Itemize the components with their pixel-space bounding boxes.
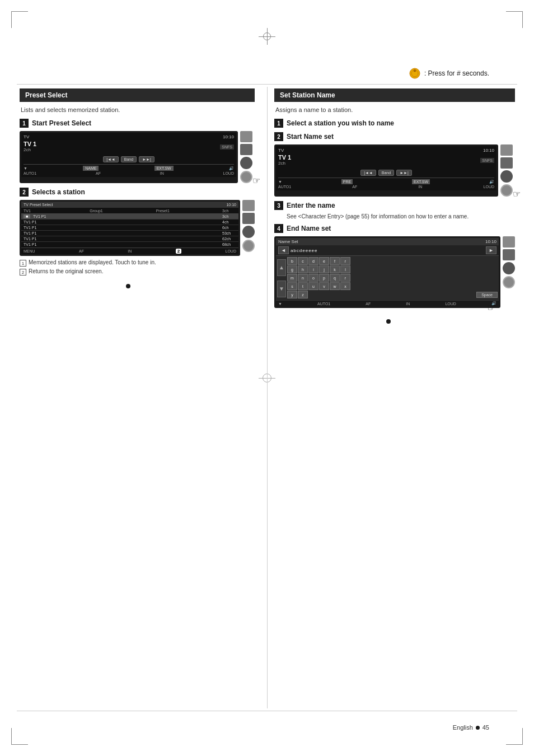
space-button[interactable]: Space <box>476 292 498 298</box>
name-set-cursor: ☞ <box>487 301 515 314</box>
key-e[interactable]: e <box>319 257 329 265</box>
bottom-divider <box>17 711 517 711</box>
name-input-display: abcdeeeee <box>291 248 484 253</box>
press-for-seconds-text: : Press for # seconds. <box>424 69 489 77</box>
preset-note-1: 1 Memorized stations are displayed. Touc… <box>20 259 255 267</box>
name-set-screen: Name Set 10:10 ◄ abcdeeeee ► ▲ ▼ <box>274 236 500 308</box>
key-f[interactable]: f <box>330 257 340 265</box>
preset-step1-side-icons <box>240 131 252 183</box>
side-icon-2 <box>240 144 252 155</box>
crop-mark-tr <box>506 11 523 28</box>
station-step2-screen: TV 10:10 TV 1 2ch SNFS |◄◄ Band ►►| ▼ <box>274 144 498 197</box>
key-v[interactable]: v <box>319 282 329 290</box>
station-step3-desc: See <Character Entry> (page 55) for info… <box>274 213 515 220</box>
key-w[interactable]: w <box>330 282 340 290</box>
station-step3-num: 3 <box>274 201 283 210</box>
name-next-btn[interactable]: ► <box>486 246 496 254</box>
key-k[interactable]: k <box>330 265 340 273</box>
key-up-btn[interactable]: ▲ <box>277 259 286 276</box>
left-bullet <box>126 284 255 288</box>
keyboard-area: ▲ ▼ b c d e f r g <box>276 256 499 300</box>
station-step4-num: 4 <box>274 224 283 233</box>
station-step2-screen-area: TV 10:10 TV 1 2ch SNFS |◄◄ Band ►►| ▼ <box>274 144 515 197</box>
footer-bullet-icon <box>476 726 480 730</box>
crop-mark-bl <box>11 728 28 745</box>
key-m[interactable]: m <box>287 274 297 282</box>
station-step4-label: 4 End Name set <box>274 224 515 233</box>
right-bullet <box>386 319 515 324</box>
station-cursor-hand-icon: ☞ <box>513 189 521 199</box>
preset-step2-num: 2 <box>20 188 29 197</box>
preset-step1-screen-area: TV 10:10 TV 1 2ch SNFS |◄◄ Band ►►| <box>20 131 255 183</box>
preset-step2-screen: TV Preset Select 10:10 TV1 Group1 Preset… <box>20 200 240 256</box>
station-step1-num: 1 <box>274 119 283 128</box>
top-divider <box>17 84 517 85</box>
preset-step1-screen: TV 10:10 TV 1 2ch SNFS |◄◄ Band ►►| <box>20 131 238 183</box>
key-l[interactable]: l <box>340 265 350 273</box>
station-step3-title: Enter the name <box>287 202 335 209</box>
key-q[interactable]: q <box>330 274 340 282</box>
key-j[interactable]: j <box>319 265 329 273</box>
key-z[interactable]: z <box>298 291 308 298</box>
side-icon-1 <box>240 131 252 142</box>
preset-step2-label: 2 Selects a station <box>20 188 255 197</box>
key-d[interactable]: d <box>308 257 318 265</box>
preset-step2-side-icons <box>242 200 255 256</box>
key-x[interactable]: x <box>340 282 350 290</box>
set-station-description: Assigns a name to a station. <box>274 106 515 113</box>
station-step2-side-icons <box>500 144 513 197</box>
vertical-divider <box>267 87 268 708</box>
right-panel: Set Station Name Assigns a name to a sta… <box>274 88 515 324</box>
name-set-cursor-icon: ☞ <box>487 302 496 313</box>
cursor-hand-icon: ☞ <box>252 175 260 186</box>
side-icon-3 <box>240 157 252 169</box>
knob-icon <box>409 67 421 80</box>
station-step2-title: Start Name set <box>287 133 334 141</box>
preset-select-header: Preset Select <box>20 88 255 102</box>
preset-step2-title: Selects a station <box>32 188 85 196</box>
crop-mark-tl <box>11 11 28 28</box>
footer-language: English <box>453 724 473 731</box>
char-grid: b c d e f r g h i j k <box>287 257 498 299</box>
preset-note-2: 2 Returns to the original screen. <box>20 268 255 276</box>
name-set-screen-area: Name Set 10:10 ◄ abcdeeeee ► ▲ ▼ <box>274 236 515 308</box>
key-h[interactable]: h <box>298 265 308 273</box>
key-p[interactable]: p <box>319 274 329 282</box>
crop-mark-br <box>506 728 523 745</box>
key-u[interactable]: u <box>308 282 318 290</box>
station-step1-label: 1 Select a station you wish to name <box>274 119 515 128</box>
preset-step1-label: 1 Start Preset Select <box>20 119 255 128</box>
key-r[interactable]: r <box>340 257 350 265</box>
key-i[interactable]: i <box>308 265 318 273</box>
left-panel: Preset Select Lists and selects memorize… <box>20 88 255 288</box>
key-s[interactable]: s <box>287 282 297 290</box>
press-info-area: : Press for # seconds. <box>409 67 489 80</box>
station-step3-label: 3 Enter the name <box>274 201 515 210</box>
footer: English 45 <box>453 724 489 731</box>
side-icon-4 <box>240 171 252 183</box>
key-c[interactable]: c <box>298 257 308 265</box>
key-y[interactable]: y <box>287 291 297 298</box>
preset-step1-num: 1 <box>20 119 29 128</box>
key-n[interactable]: n <box>298 274 308 282</box>
name-set-side-icons <box>503 236 515 308</box>
set-station-name-header: Set Station Name <box>274 88 515 102</box>
preset-notes: 1 Memorized stations are displayed. Touc… <box>20 259 255 276</box>
key-down-btn[interactable]: ▼ <box>277 281 286 297</box>
key-g[interactable]: g <box>287 265 297 273</box>
preset-step1-title: Start Preset Select <box>32 119 91 127</box>
key-t[interactable]: t <box>298 282 308 290</box>
key-r2[interactable]: r <box>340 274 350 282</box>
key-b[interactable]: b <box>287 257 297 265</box>
preset-select-description: Lists and selects memorized station. <box>20 106 255 113</box>
station-step2-label: 2 Start Name set <box>274 132 515 141</box>
preset-step2-screen-area: TV Preset Select 10:10 TV1 Group1 Preset… <box>20 200 255 256</box>
top-crosshair <box>259 28 275 45</box>
station-step4-title: End Name set <box>287 225 331 232</box>
footer-page-number: 45 <box>483 724 489 731</box>
keyboard-nav: ▲ ▼ <box>277 257 286 299</box>
station-step2-num: 2 <box>274 132 283 141</box>
station-step1-title: Select a station you wish to name <box>287 119 394 127</box>
key-o[interactable]: o <box>308 274 318 282</box>
name-prev-btn[interactable]: ◄ <box>278 246 289 254</box>
